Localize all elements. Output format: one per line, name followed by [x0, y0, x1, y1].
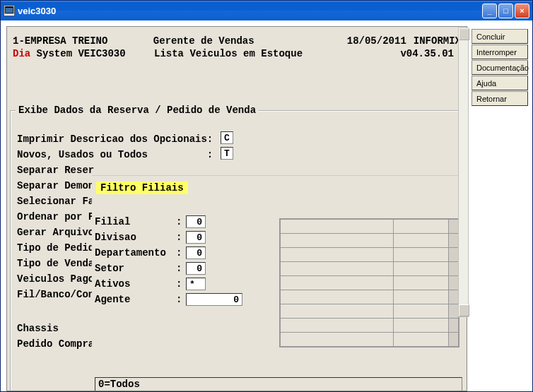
ajuda-button[interactable]: Ajuda: [472, 76, 528, 90]
titlebar: veic3030 _ □ ×: [1, 1, 532, 20]
label-novos-usados: Novos, Usados ou Todos :: [17, 147, 221, 162]
db-label: INFORMIX: [414, 35, 461, 47]
maximize-button[interactable]: □: [498, 4, 513, 18]
list-title: Lista Veiculos em Estoque: [154, 48, 366, 59]
grid-scrollbar[interactable]: [449, 220, 459, 234]
app-icon: [4, 5, 15, 16]
interromper-button[interactable]: Interromper: [472, 44, 528, 59]
input-filial[interactable]: [186, 215, 206, 228]
header-section: 1-EMPRESA TREINO Gerente de Vendas 18/05…: [7, 27, 467, 65]
version-label: v04.35.01: [400, 48, 461, 59]
status-bar: 0=Todos: [95, 377, 462, 391]
panel-title: Exibe Dados da Reserva / Pedido de Venda: [16, 105, 259, 116]
filtro-filiais-dialog: Filtro Filiais: [92, 175, 467, 391]
date-label: 18/05/2011: [322, 35, 406, 47]
label-imprimir-desc: Imprimir Descricao dos Opcionais:: [17, 131, 221, 147]
label-ativos: Ativos: [95, 278, 176, 290]
documentacao-button[interactable]: Documentação: [472, 60, 528, 75]
input-novos-usados[interactable]: [221, 147, 233, 160]
input-agente[interactable]: [186, 293, 242, 306]
close-button[interactable]: ×: [515, 4, 529, 18]
client-area: 1-EMPRESA TREINO Gerente de Vendas 18/05…: [1, 20, 532, 391]
window-title: veic3030: [18, 6, 482, 16]
role-label: Gerente de Vendas: [153, 35, 322, 47]
svg-rect-1: [6, 8, 13, 13]
input-imprimir-desc[interactable]: [221, 131, 233, 144]
main-panel: 1-EMPRESA TREINO Gerente de Vendas 18/05…: [6, 26, 467, 391]
label-setor: Setor: [95, 263, 176, 274]
retornar-button[interactable]: Retornar: [472, 91, 528, 106]
result-grid: [279, 218, 459, 348]
label-departamento: Departamento: [95, 247, 176, 259]
label-divisao: Divisao: [95, 232, 176, 243]
grid-cell[interactable]: [281, 220, 394, 234]
input-setor[interactable]: [186, 262, 206, 275]
input-departamento[interactable]: [186, 247, 206, 259]
concluir-button[interactable]: Concluir: [472, 29, 528, 44]
input-divisao[interactable]: [186, 231, 206, 244]
filtro-filiais-title: Filtro Filiais: [96, 182, 188, 194]
vertical-scrollbar[interactable]: [458, 28, 469, 317]
window-controls: _ □ ×: [482, 4, 529, 18]
sidebar: Concluir Interromper Documentação Ajuda …: [472, 26, 528, 391]
label-agente: Agente: [95, 294, 176, 305]
system-label: Dia System VEIC3030: [13, 48, 154, 59]
input-ativos[interactable]: [186, 278, 206, 290]
app-window: veic3030 _ □ × 1-EMPRESA TREINO Gerente …: [0, 0, 533, 392]
minimize-button[interactable]: _: [482, 4, 497, 18]
grid-cell[interactable]: [394, 220, 449, 234]
company-label: 1-EMPRESA TREINO: [13, 35, 153, 47]
label-filial: Filial: [95, 216, 176, 227]
